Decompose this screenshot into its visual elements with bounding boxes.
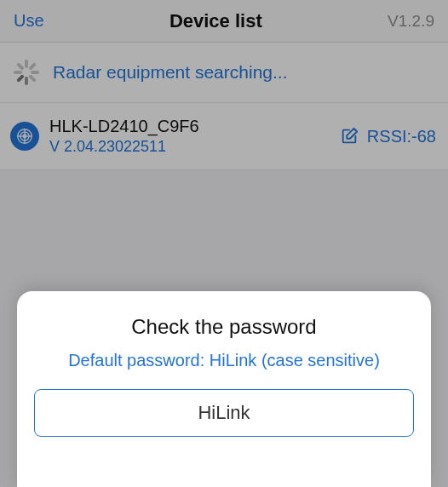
app-screen: Use Device list V1.2.9 Radar equipment s… (0, 0, 448, 487)
password-dialog: Check the password Default password: HiL… (17, 291, 431, 487)
dialog-title: Check the password (34, 315, 414, 339)
modal-overlay[interactable]: Check the password Default password: HiL… (0, 0, 448, 487)
dialog-subtitle: Default password: HiLink (case sensitive… (34, 351, 414, 370)
password-input-wrap[interactable] (34, 389, 414, 437)
password-input[interactable] (35, 402, 413, 424)
